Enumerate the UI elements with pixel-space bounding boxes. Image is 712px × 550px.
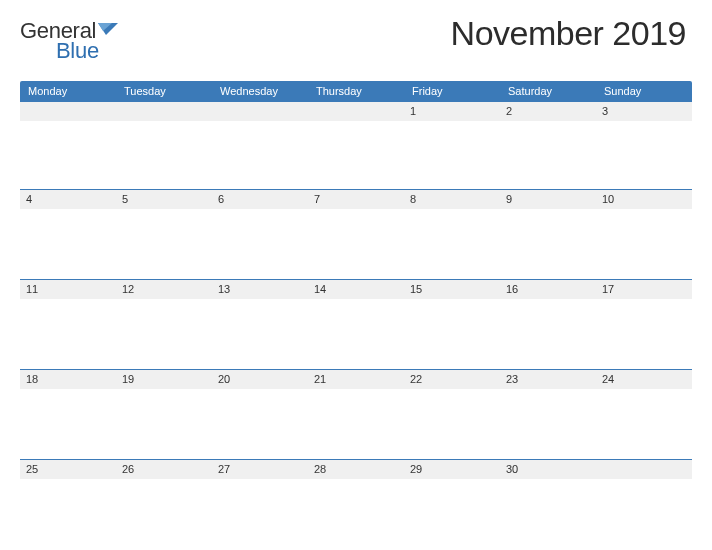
calendar-day <box>20 101 116 189</box>
calendar-day: 27 <box>212 459 308 549</box>
calendar-day: 6 <box>212 189 308 279</box>
calendar-day: 5 <box>116 189 212 279</box>
brand-logo: General Blue <box>20 14 118 44</box>
calendar-day: 23 <box>500 369 596 459</box>
weekday-header: Friday <box>404 81 500 101</box>
calendar-day <box>596 459 692 549</box>
weekday-header: Sunday <box>596 81 692 101</box>
calendar-day: 19 <box>116 369 212 459</box>
calendar-day: 1 <box>404 101 500 189</box>
header: General Blue November 2019 <box>20 14 692 53</box>
calendar-day: 15 <box>404 279 500 369</box>
calendar-day <box>308 101 404 189</box>
calendar-week: 25 26 27 28 29 30 <box>20 459 692 549</box>
calendar-day: 22 <box>404 369 500 459</box>
weekday-header: Wednesday <box>212 81 308 101</box>
weekday-header: Thursday <box>308 81 404 101</box>
brand-text-2: Blue <box>56 38 99 64</box>
calendar-day: 3 <box>596 101 692 189</box>
calendar-week: 11 12 13 14 15 16 17 <box>20 279 692 369</box>
weekday-header-row: Monday Tuesday Wednesday Thursday Friday… <box>20 81 692 101</box>
calendar-day: 9 <box>500 189 596 279</box>
calendar-day: 18 <box>20 369 116 459</box>
calendar-day: 8 <box>404 189 500 279</box>
calendar-day: 28 <box>308 459 404 549</box>
calendar-day: 25 <box>20 459 116 549</box>
calendar-day: 29 <box>404 459 500 549</box>
calendar-day: 20 <box>212 369 308 459</box>
calendar-week: 4 5 6 7 8 9 10 <box>20 189 692 279</box>
calendar-day: 12 <box>116 279 212 369</box>
calendar-day: 10 <box>596 189 692 279</box>
calendar-day: 21 <box>308 369 404 459</box>
brand-flag-icon <box>98 23 118 39</box>
calendar-day: 24 <box>596 369 692 459</box>
calendar-day: 13 <box>212 279 308 369</box>
page-title: November 2019 <box>451 14 692 53</box>
calendar-week: 1 2 3 <box>20 101 692 189</box>
calendar-day: 17 <box>596 279 692 369</box>
calendar-day: 4 <box>20 189 116 279</box>
calendar-day: 30 <box>500 459 596 549</box>
weekday-header: Tuesday <box>116 81 212 101</box>
calendar-day: 7 <box>308 189 404 279</box>
calendar-day: 14 <box>308 279 404 369</box>
calendar-day: 26 <box>116 459 212 549</box>
calendar-day: 11 <box>20 279 116 369</box>
weekday-header: Saturday <box>500 81 596 101</box>
weekday-header: Monday <box>20 81 116 101</box>
calendar-day: 2 <box>500 101 596 189</box>
calendar-day <box>116 101 212 189</box>
calendar-week: 18 19 20 21 22 23 24 <box>20 369 692 459</box>
calendar-day: 16 <box>500 279 596 369</box>
calendar-page: General Blue November 2019 Monday Tuesda… <box>0 0 712 549</box>
calendar-grid: Monday Tuesday Wednesday Thursday Friday… <box>20 81 692 549</box>
calendar-day <box>212 101 308 189</box>
calendar-body: 1 2 3 4 5 6 7 8 9 10 11 12 13 14 15 16 1… <box>20 101 692 549</box>
